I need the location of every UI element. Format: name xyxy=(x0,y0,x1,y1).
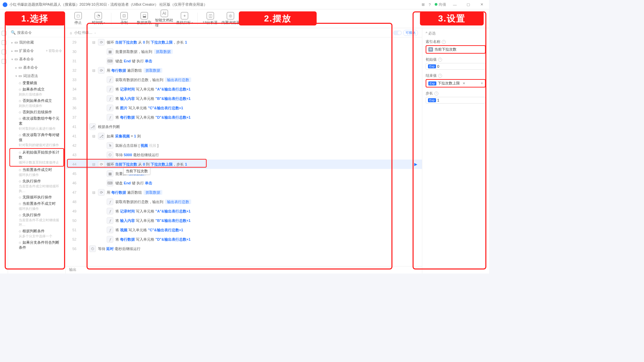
dropdown-icon[interactable]: ▾ xyxy=(481,81,483,85)
toolbar-内置浏览器[interactable]: ◎内置浏览器 xyxy=(221,12,240,25)
category[interactable]: ▸▭我的收藏 xyxy=(8,38,65,46)
flow-line-56[interactable]: 56⏲等待 延时 毫秒后继续运行 xyxy=(66,244,422,253)
visual-label: 可视化 xyxy=(403,30,418,36)
flow-line-30[interactable]: 30▦批量抓取数据，输出到 抓取数据 xyxy=(66,47,422,56)
flow-line-44[interactable]: 44⊟⟳循环 当前下拉次数 从 0 到 下拉次数上限，步长 1▶ xyxy=(66,160,422,169)
collapse-icon[interactable]: ⊟ xyxy=(89,162,98,167)
prop-field-init[interactable]: Exp 0 xyxy=(426,63,486,70)
flow-line-43[interactable]: 43⏲等待 5000 毫秒后继续运行 xyxy=(66,150,422,160)
command-item[interactable]: ◇当前置条件不成立时循环执行操作 xyxy=(8,200,65,212)
command-item[interactable]: ◇如果条件成立则执行后续操作 xyxy=(8,86,65,98)
rail-icon[interactable] xyxy=(2,50,6,54)
toolbar-时间线[interactable]: ◔时间线 xyxy=(89,12,108,25)
flow-line-48[interactable]: 48𝑓获取有数据的行总数，输出到 输出表行总数 xyxy=(66,197,422,206)
command-item[interactable]: ◇从初始值开始按步长计数循环计数直至到结束值停止 xyxy=(9,148,64,167)
prop-label-index: 索引名称? xyxy=(426,39,486,44)
line-text: 用 每行数据 遍历数组 抓取数据 xyxy=(107,190,163,195)
toolbar-停止[interactable]: ◻停止 xyxy=(69,12,88,25)
command-item[interactable]: ◇如果分支条件符合判断条件 xyxy=(8,239,65,251)
command-item[interactable]: ◇根据判断条件从多个分支中选择一个 xyxy=(8,228,65,239)
line-number: 33 xyxy=(66,78,80,82)
subcategory[interactable]: ▾▭词法语法 xyxy=(8,71,65,80)
toolbar-UI分析器[interactable]: ◫UI分析器 xyxy=(201,12,220,25)
flow-line-45[interactable]: 45▦批量抓抓取数据 xyxy=(66,169,422,178)
maximize-button[interactable]: ▢ xyxy=(464,2,473,7)
flow-line-32[interactable]: 32⊟⟳用 每行数据 遍历数组 抓取数据 xyxy=(66,66,422,75)
prop-field-index[interactable]: ⧉ 当前下拉次数 xyxy=(426,45,486,54)
close-button[interactable]: ✕ xyxy=(477,2,486,7)
prop-field-step[interactable]: Exp 1 xyxy=(426,97,486,104)
properties-panel: ^ 必选 索引名称? ⧉ 当前下拉次数 初始值? Exp 0 结束值? Exp … xyxy=(422,28,489,274)
command-item[interactable]: ◇当前置条件成立时循环执行操作 xyxy=(8,167,65,178)
clear-icon[interactable]: ✕ xyxy=(463,81,465,85)
subcategory[interactable]: ▸▭基本命令 xyxy=(8,63,65,71)
command-item[interactable]: ◇变量赋值 xyxy=(8,80,65,86)
flow-line-35[interactable]: 35𝑓将 输入内容 写入单元格 "B"&输出表行总数+1 xyxy=(66,94,422,103)
fn-icon: 𝑓 xyxy=(107,95,113,102)
line-number: 41 xyxy=(66,134,80,138)
output-tab[interactable]: 输出 xyxy=(66,266,422,274)
prop-field-end[interactable]: Exp 下拉次数上限 ✕ ▾ xyxy=(426,79,486,87)
rail-icon[interactable] xyxy=(2,31,6,36)
line-text: 如果 采集视频 = 1 则 xyxy=(107,134,141,139)
command-item[interactable]: ◇依次读取数组中每个元素针对取到的元素进行操作 xyxy=(8,115,65,132)
flow-line-42[interactable]: 42🖱鼠标点击目标 [ 视频 视频 ] xyxy=(66,141,422,150)
line-text: 循环 当前下拉次数 从 0 到 下拉次数上限，步长 1 xyxy=(107,162,187,167)
flow-line-46[interactable]: 46⌨键盘 End 键 执行 单击 xyxy=(66,178,422,188)
line-number: 45 xyxy=(66,172,80,176)
var-tag-icon: ⧉ xyxy=(428,47,433,52)
category[interactable]: ▾▭基本命令 xyxy=(8,55,65,63)
flow-line-50[interactable]: 50𝑓将 输入内容 写入单元格 "B"&输出表行总数+1 xyxy=(66,216,422,225)
command-item[interactable]: ◇否则执行后续操作 xyxy=(8,109,65,115)
loop-icon: ⟳ xyxy=(98,161,105,168)
flow-line-51[interactable]: 51𝑓将 视频 写入单元格 "C"&输出表行总数+1 xyxy=(66,225,422,235)
collapse-icon[interactable]: ⊟ xyxy=(89,68,98,73)
mouse-icon: 🖱 xyxy=(107,142,113,149)
flow-editor[interactable]: 29⊟⟳循环 当前下拉次数 从 0 到 下拉次数上限，步长 130▦批量抓取数据… xyxy=(66,38,422,266)
rail-icon[interactable] xyxy=(2,59,6,64)
line-number: 49 xyxy=(66,209,80,213)
toolbar-查找目标[interactable]: ⌖查找目标 xyxy=(175,12,194,25)
line-text: 将 每行数据 写入单元格 "D"&输出表行总数+1 xyxy=(115,237,191,242)
command-item[interactable]: ◇依次读取字典中每对键值针对取到的键值对进行操作 xyxy=(8,132,65,148)
command-search[interactable]: 🔍 xyxy=(8,28,65,37)
flow-line-37[interactable]: 37𝑓将 每行数据 写入单元格 "D"&输出表行总数+1 xyxy=(66,113,422,122)
play-icon[interactable]: ▶ xyxy=(414,162,417,167)
command-item[interactable]: ◇先执行操作当后置条件成立时继续循环执… xyxy=(8,178,65,194)
minimize-button[interactable]: — xyxy=(450,3,460,7)
grid-icon[interactable]: ⊞ xyxy=(422,2,425,7)
breadcrumb-home-icon[interactable]: ⌂ xyxy=(70,31,72,35)
flow-line-29[interactable]: 29⊟⟳循环 当前下拉次数 从 0 到 下拉次数上限，步长 1 xyxy=(66,38,422,47)
help-icon[interactable]: ? xyxy=(429,3,431,7)
search-input[interactable] xyxy=(17,31,63,35)
command-item[interactable]: ◇先执行操作当后置条件不成立时继续循环… xyxy=(8,212,65,228)
line-text: 循环 当前下拉次数 从 0 到 下拉次数上限，步长 1 xyxy=(107,40,187,45)
toolbar-智能文档处理[interactable]: AI智能文档处理 xyxy=(155,10,174,28)
flow-line-41[interactable]: 41⊟⎇如果 采集视频 = 1 则 xyxy=(66,131,422,141)
flow-line-47[interactable]: 47⊟⟳用 每行数据 遍历数组 抓取数据 xyxy=(66,188,422,197)
flow-line-49[interactable]: 49𝑓将 记录时间 写入单元格 "A"&输出表行总数+1 xyxy=(66,206,422,216)
rail-icon[interactable] xyxy=(2,40,6,45)
fn-icon: 𝑓 xyxy=(107,198,113,205)
flow-line-52[interactable]: 52𝑓将 每行数据 写入单元格 "D"&输出表行总数+1 xyxy=(66,235,422,244)
line-text: 键盘 End 键 执行 单击 xyxy=(115,181,152,186)
tool-icon: ◻ xyxy=(74,12,82,19)
collapse-icon[interactable]: ⊟ xyxy=(89,190,98,195)
toolbar-录制[interactable]: ⊡录制 xyxy=(115,12,133,25)
toolbar-数据抓取[interactable]: ⬓数据抓取 xyxy=(135,12,154,25)
flow-line-36[interactable]: 36𝑓将 图片 写入单元格 "C"&输出表行总数+1 xyxy=(66,103,422,113)
command-item[interactable]: ◇无限循环执行操作 xyxy=(8,194,65,200)
category[interactable]: ▸▭扩展命令+ 获取命令 xyxy=(8,46,65,55)
flow-line-31[interactable]: 31⌨键盘 End 键 执行 单击 xyxy=(66,56,422,66)
flow-line-34[interactable]: 34𝑓将 记录时间 写入单元格 "A"&输出表行总数+1 xyxy=(66,84,422,94)
command-item[interactable]: ◇否则如果条件成立则执行后续操作 xyxy=(8,98,65,109)
collapse-icon[interactable]: ⊟ xyxy=(89,134,98,138)
flow-line-41[interactable]: 41⎇根据条件判断 xyxy=(66,122,422,131)
visual-toggle[interactable] xyxy=(393,31,402,35)
line-number: 37 xyxy=(66,115,80,119)
user-indicator[interactable]: 向倩 xyxy=(435,2,446,7)
prop-label-end: 结束值? xyxy=(426,73,486,78)
collapse-icon[interactable]: ⊟ xyxy=(89,40,98,45)
breadcrumb-item[interactable]: 小红书爆… xyxy=(74,30,93,35)
flow-line-33[interactable]: 33𝑓获取有数据的行总数，输出到 输出表行总数 xyxy=(66,75,422,84)
